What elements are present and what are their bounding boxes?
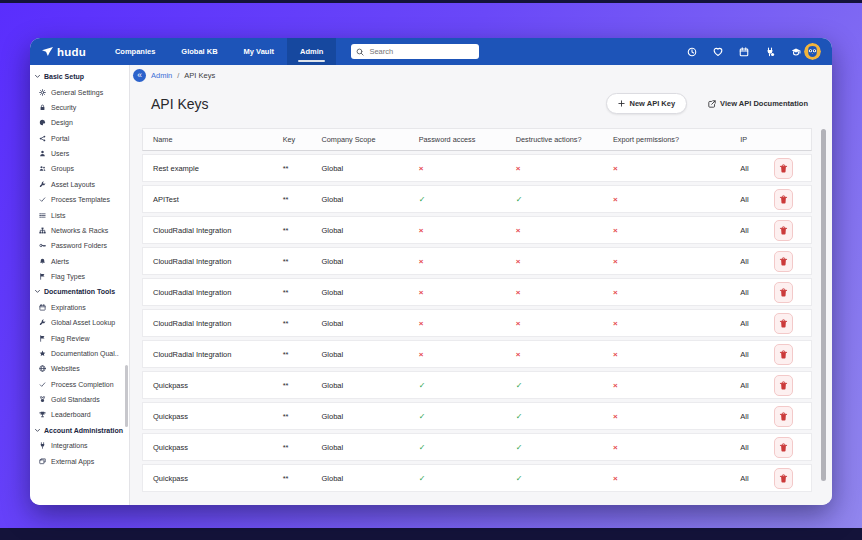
view-api-docs-button[interactable]: View API Documentation — [702, 98, 814, 109]
calendar-icon[interactable] — [739, 47, 749, 57]
sidebar-item-integrations[interactable]: Integrations — [30, 438, 129, 453]
sidebar-item-general-settings[interactable]: General Settings — [30, 84, 129, 99]
check-icon: ✓ — [419, 412, 426, 421]
trash-icon — [779, 350, 788, 359]
delete-api-key-button[interactable] — [774, 158, 793, 179]
sidebar-item-label: Documentation Qual.. — [51, 350, 119, 357]
delete-api-key-button[interactable] — [774, 344, 793, 365]
cell-actions — [764, 309, 812, 337]
table-row: CloudRadial Integration**Global×××All — [142, 278, 812, 306]
sidebar-item-documentation-qual[interactable]: Documentation Qual.. — [30, 346, 129, 361]
user-icon — [39, 150, 46, 157]
cell-name: CloudRadial Integration — [142, 278, 273, 306]
cell-actions — [764, 154, 812, 182]
nav-tab-admin[interactable]: Admin — [287, 38, 336, 65]
sidebar-item-users[interactable]: Users — [30, 146, 129, 161]
cell-actions — [764, 247, 812, 275]
nav-tab-companies[interactable]: Companies — [102, 38, 168, 65]
sidebar-item-security[interactable]: Security — [30, 100, 129, 115]
sidebar-item-design[interactable]: Design — [30, 115, 129, 130]
clock-icon[interactable] — [687, 47, 697, 57]
list-icon — [39, 212, 46, 219]
delete-api-key-button[interactable] — [774, 251, 793, 272]
sidebar-scrollbar[interactable] — [125, 365, 128, 427]
cell-password-access: ✓ — [409, 433, 506, 461]
cross-icon: × — [613, 288, 618, 297]
sidebar-section-basic-setup[interactable]: Basic Setup — [30, 69, 129, 84]
sidebar-item-process-templates[interactable]: Process Templates — [30, 192, 129, 207]
plus-icon — [618, 100, 625, 107]
sidebar-item-portal[interactable]: Portal — [30, 131, 129, 146]
delete-api-key-button[interactable] — [774, 189, 793, 210]
sidebar-item-asset-layouts[interactable]: Asset Layouts — [30, 177, 129, 192]
check-icon: ✓ — [516, 381, 523, 390]
user-avatar[interactable] — [804, 43, 821, 60]
sidebar-item-networks-racks[interactable]: Networks & Racks — [30, 223, 129, 238]
nav-tab-my-vault[interactable]: My Vault — [231, 38, 287, 65]
cell-ip: All — [730, 402, 764, 430]
sidebar-item-expirations[interactable]: Expirations — [30, 300, 129, 315]
table-header-row: NameKeyCompany ScopePassword accessDestr… — [142, 128, 812, 151]
training-cap-icon[interactable] — [791, 47, 801, 57]
table-row: Quickpass**Global✓✓×All — [142, 371, 812, 399]
cell-ip: All — [730, 247, 764, 275]
lock-icon — [39, 104, 46, 111]
sidebar-item-label: Websites — [51, 365, 80, 372]
cell-scope: Global — [312, 371, 409, 399]
delete-api-key-button[interactable] — [774, 468, 793, 489]
integrations-plug-icon-glyph — [765, 47, 775, 57]
sidebar-item-password-folders[interactable]: Password Folders — [30, 238, 129, 253]
sidebar-item-label: Leaderboard — [51, 411, 91, 418]
breadcrumb-admin-link[interactable]: Admin — [151, 71, 172, 80]
sidebar-item-gold-standards[interactable]: Gold Standards — [30, 392, 129, 407]
table-scrollbar[interactable] — [821, 129, 826, 481]
cell-export-permissions: × — [603, 278, 730, 306]
cell-ip: All — [730, 216, 764, 244]
trash-icon — [779, 443, 788, 452]
star-icon — [39, 350, 46, 357]
delete-api-key-button[interactable] — [774, 437, 793, 458]
cross-icon: × — [613, 443, 618, 452]
sidebar-item-label: Gold Standards — [51, 396, 100, 403]
sidebar-item-process-completion[interactable]: Process Completion — [30, 377, 129, 392]
sidebar-item-lists[interactable]: Lists — [30, 207, 129, 222]
hudu-logo[interactable]: hudu — [41, 46, 86, 58]
sidebar-section-documentation-tools[interactable]: Documentation Tools — [30, 284, 129, 299]
delete-api-key-button[interactable] — [774, 220, 793, 241]
sidebar-item-websites[interactable]: Websites — [30, 361, 129, 376]
sidebar-section-label: Basic Setup — [44, 73, 84, 80]
sidebar-item-label: Expirations — [51, 304, 86, 311]
sidebar-item-label: Alerts — [51, 258, 69, 265]
cell-destructive-actions: ✓ — [506, 464, 603, 492]
delete-api-key-button[interactable] — [774, 375, 793, 396]
sidebar-section-account-administration[interactable]: Account Administration — [30, 423, 129, 438]
integrations-plug-icon[interactable] — [765, 47, 775, 57]
cell-scope: Global — [312, 216, 409, 244]
sidebar-item-groups[interactable]: Groups — [30, 161, 129, 176]
nav-tab-global-kb[interactable]: Global KB — [168, 38, 230, 65]
cell-destructive-actions: × — [506, 309, 603, 337]
sidebar-item-flag-types[interactable]: Flag Types — [30, 269, 129, 284]
delete-api-key-button[interactable] — [774, 406, 793, 427]
heart-icon[interactable] — [713, 47, 723, 57]
cell-password-access: × — [409, 340, 506, 368]
trash-icon — [779, 319, 788, 328]
sidebar-item-label: Networks & Racks — [51, 227, 108, 234]
global-search[interactable] — [351, 44, 479, 59]
cross-icon: × — [613, 257, 618, 266]
cell-password-access: × — [409, 216, 506, 244]
sidebar-item-external-apps[interactable]: External Apps — [30, 453, 129, 468]
delete-api-key-button[interactable] — [774, 282, 793, 303]
collapse-sidebar-button[interactable]: « — [133, 69, 146, 82]
sidebar-item-leaderboard[interactable]: Leaderboard — [30, 407, 129, 422]
sidebar-item-flag-review[interactable]: Flag Review — [30, 330, 129, 345]
hudu-arrow-icon — [41, 46, 54, 57]
cell-password-access: × — [409, 247, 506, 275]
sidebar-item-alerts[interactable]: Alerts — [30, 254, 129, 269]
sidebar-item-label: Groups — [51, 165, 74, 172]
delete-api-key-button[interactable] — [774, 313, 793, 334]
sidebar-item-global-asset-lookup[interactable]: Global Asset Lookup — [30, 315, 129, 330]
search-input[interactable] — [367, 46, 474, 57]
plug-icon — [39, 442, 46, 449]
new-api-key-button[interactable]: New API Key — [606, 93, 687, 114]
